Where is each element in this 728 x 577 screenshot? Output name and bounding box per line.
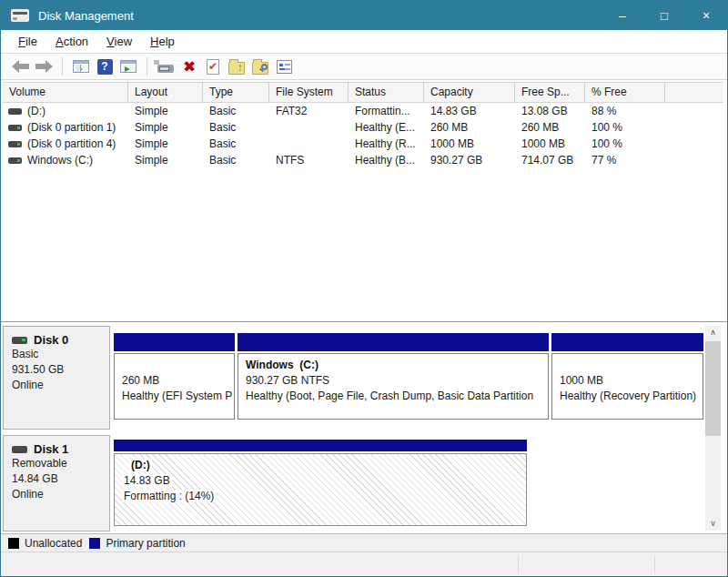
display-options-button[interactable] <box>272 56 296 77</box>
cell-capacity: 930.27 GB <box>424 154 515 167</box>
open-folder-up-button[interactable]: ↑ <box>225 56 248 77</box>
cell-pct-free: 88 % <box>585 105 665 117</box>
disk-icon <box>12 337 27 344</box>
partition-color-bar <box>114 333 235 351</box>
table-row[interactable]: Windows (C:) Simple Basic NTFS Healthy (… <box>3 152 723 168</box>
cell-status: Healthy (B... <box>349 154 424 167</box>
disk1-label[interactable]: Disk 1 Removable 14.84 GB Online <box>3 435 110 531</box>
cell-layout: Simple <box>128 154 203 167</box>
volume-icon <box>8 125 22 131</box>
column-header-type[interactable]: Type <box>203 83 269 102</box>
close-button[interactable]: × <box>685 1 727 30</box>
legend-unallocated: Unallocated <box>8 537 82 550</box>
cell-status: Healthy (R... <box>349 137 424 150</box>
disk0-label[interactable]: Disk 0 Basic 931.50 GB Online <box>3 326 110 430</box>
partition-status: Healthy (Boot, Page File, Crash Dump, Ba… <box>246 389 541 404</box>
scroll-down-icon[interactable]: ∨ <box>705 516 721 531</box>
menu-help[interactable]: Help <box>142 32 183 51</box>
menu-file[interactable]: File <box>10 32 46 51</box>
column-header-file-system[interactable]: File System <box>269 83 349 102</box>
column-header-volume[interactable]: Volume <box>3 83 128 102</box>
action-pane-icon <box>120 60 136 73</box>
window-title: Disk Management <box>38 9 134 23</box>
statusbar-divider <box>518 556 519 573</box>
back-button[interactable] <box>8 56 32 77</box>
disk-icon <box>12 446 27 453</box>
column-header-free-space[interactable]: Free Sp... <box>515 83 585 102</box>
partition-status: Healthy (EFI System P <box>122 389 227 404</box>
show-action-pane-button[interactable] <box>116 56 140 77</box>
column-header-pct-free[interactable]: % Free <box>585 83 665 102</box>
scrollbar-thumb[interactable] <box>705 341 721 436</box>
delete-icon: ✖ <box>183 59 196 75</box>
toolbar: ? ✖ ✔ ↑ <box>1 54 727 80</box>
partition-recovery[interactable]: 1000 MB Healthy (Recovery Partition) <box>551 333 703 420</box>
volume-table-header: Volume Layout Type File System Status Ca… <box>3 82 723 103</box>
cell-pct-free: 100 % <box>585 121 665 134</box>
partition-color-bar <box>238 333 549 351</box>
primary-partition-swatch-icon <box>89 538 100 549</box>
volume-icon <box>8 108 22 115</box>
menu-view[interactable]: View <box>98 32 140 51</box>
column-header-capacity[interactable]: Capacity <box>424 83 515 102</box>
show-console-tree-button[interactable] <box>69 56 93 77</box>
disk-name: Disk 1 <box>34 442 68 456</box>
disk-name: Disk 0 <box>34 333 68 347</box>
help-button[interactable]: ? <box>93 56 116 77</box>
vertical-scrollbar[interactable]: ∧ ∨ <box>705 325 721 531</box>
cell-type: Basic <box>203 137 269 150</box>
back-arrow-icon <box>12 60 29 73</box>
disk-view-button[interactable] <box>154 56 177 77</box>
legend-primary-partition: Primary partition <box>89 537 185 550</box>
cell-pct-free: 77 % <box>585 154 665 167</box>
minimize-button[interactable]: – <box>602 1 643 30</box>
partition-name: Windows (C:) <box>246 358 541 373</box>
scroll-up-icon[interactable]: ∧ <box>705 325 721 339</box>
display-options-icon <box>277 60 292 74</box>
cell-capacity: 14.83 GB <box>424 105 515 117</box>
disk-kind: Removable <box>12 456 101 471</box>
cell-capacity: 1000 MB <box>424 137 515 150</box>
partition-size: 260 MB <box>122 373 227 389</box>
statusbar-divider <box>654 556 655 573</box>
window-controls: – □ × <box>602 1 727 30</box>
column-header-filler <box>665 83 723 102</box>
volume-name: (D:) <box>27 105 46 117</box>
cell-type: Basic <box>203 154 269 167</box>
cell-file-system: NTFS <box>269 154 349 167</box>
volume-icon <box>8 157 22 164</box>
forward-button[interactable] <box>32 56 56 77</box>
disk0-partitions: 260 MB Healthy (EFI System P Windows (C:… <box>112 326 702 430</box>
table-row[interactable]: (Disk 0 partition 4) Simple Basic Health… <box>3 136 723 152</box>
partition-d-formatting[interactable]: (D:) 14.83 GB Formatting : (14%) <box>114 440 527 526</box>
column-header-status[interactable]: Status <box>349 83 424 102</box>
cell-type: Basic <box>203 121 269 134</box>
legend-bar: Unallocated Primary partition <box>1 533 727 552</box>
graphical-view: Disk 0 Basic 931.50 GB Online 260 MB Hea… <box>1 322 727 533</box>
legend-label: Unallocated <box>25 537 82 550</box>
disk1-partitions: (D:) 14.83 GB Formatting : (14%) <box>112 435 702 531</box>
volume-name: (Disk 0 partition 1) <box>27 121 116 134</box>
partition-name <box>560 358 695 373</box>
partition-size: 930.27 GB NTFS <box>246 373 541 389</box>
partition-efi[interactable]: 260 MB Healthy (EFI System P <box>114 333 235 420</box>
volume-name: Windows (C:) <box>27 154 93 167</box>
titlebar: Disk Management – □ × <box>1 1 727 30</box>
task-check-icon: ✔ <box>207 59 219 75</box>
menu-action[interactable]: Action <box>47 32 96 51</box>
forward-arrow-icon <box>35 60 53 73</box>
table-row[interactable]: (D:) Simple Basic FAT32 Formattin... 14.… <box>3 103 723 119</box>
delete-button[interactable]: ✖ <box>177 56 201 77</box>
column-header-layout[interactable]: Layout <box>128 83 203 102</box>
volume-icon <box>8 141 22 147</box>
table-row[interactable]: (Disk 0 partition 1) Simple Basic Health… <box>3 119 723 136</box>
help-icon: ? <box>97 59 113 75</box>
cell-status: Healthy (E... <box>349 121 424 134</box>
maximize-button[interactable]: □ <box>643 1 685 30</box>
console-tree-icon <box>73 60 89 73</box>
partition-windows-c[interactable]: Windows (C:) 930.27 GB NTFS Healthy (Boo… <box>238 333 549 420</box>
find-folder-button[interactable] <box>248 56 272 77</box>
cell-file-system: FAT32 <box>269 105 349 117</box>
task-check-button[interactable]: ✔ <box>201 56 225 77</box>
cell-free-space: 13.08 GB <box>515 105 585 117</box>
